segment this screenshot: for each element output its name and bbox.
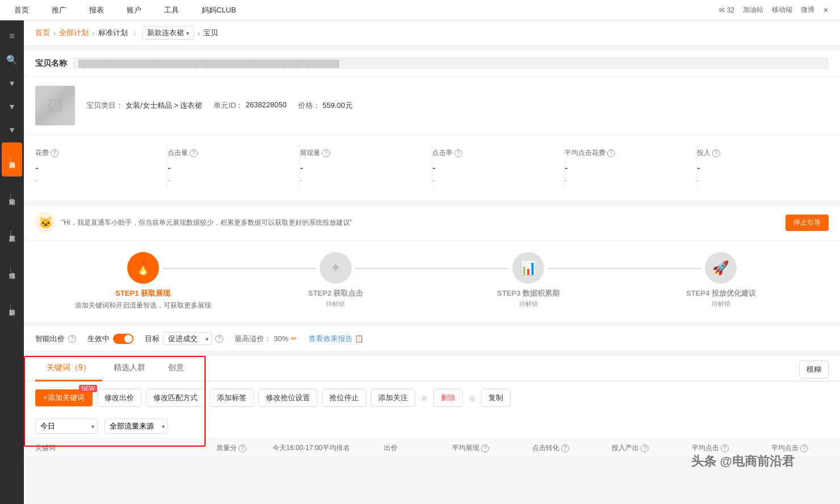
sidebar-item-direction[interactable]: 定向输... — [2, 179, 22, 213]
sidebar-item-content[interactable]: 内容版... — [2, 142, 22, 177]
new-badge: NEW — [79, 385, 97, 392]
steps-section: 🔥 STEP1 获取展现 添加关键词和开启流量智选，可获取更多展现 ✦ STEP… — [24, 241, 840, 322]
stat-avg-cpc-info-icon[interactable]: ? — [607, 149, 615, 157]
top-nav-right: ✉ 32 加油站 移动端 微博 ✕ — [719, 5, 829, 15]
product-header: 宝贝名称 ███████████████████████████████████… — [24, 51, 840, 76]
mode-button[interactable]: 模糊 — [799, 360, 829, 379]
report-item: 查看效果报告 📋 — [308, 334, 363, 344]
stat-clicks-value: - — [168, 162, 299, 174]
weibo-link[interactable]: 微博 — [801, 5, 814, 15]
modify-position-button[interactable]: 修改抢位设置 — [258, 389, 317, 407]
stat-clicks-info-icon[interactable]: ? — [190, 149, 198, 157]
nav-item-tools[interactable]: 工具 — [161, 5, 182, 15]
delete-button[interactable]: 删除 — [433, 389, 463, 407]
modify-match-button[interactable]: 修改匹配方式 — [146, 389, 205, 407]
col-bid: 出价 — [352, 443, 430, 453]
nav-item-club[interactable]: 妈妈CLUB — [199, 5, 239, 15]
sidebar-menu-icon[interactable]: ≡ — [2, 26, 22, 47]
sidebar-expand-icon-2[interactable]: ▾ — [2, 96, 22, 116]
col-avg-rank: 今天16:00-17:00平均排名 — [273, 443, 350, 453]
date-filter-wrap[interactable]: 今日 昨日 近7天 近30天 — [35, 418, 98, 434]
message-count[interactable]: ✉ 32 — [719, 6, 734, 14]
avg-click-info-icon[interactable]: ? — [721, 444, 729, 452]
stat-invest-info-icon[interactable]: ? — [712, 149, 720, 157]
step-3-icon: 📊 — [512, 252, 544, 284]
sidebar-item-new2[interactable]: 新款输... — [2, 290, 22, 324]
stat-cost-info-icon[interactable]: ? — [51, 149, 58, 157]
stat-impressions: 展现量 ? - - — [300, 144, 432, 189]
sidebar-item-new[interactable]: 新款黑... — [2, 216, 22, 250]
close-icon[interactable]: ✕ — [823, 6, 829, 14]
gas-station[interactable]: 加油站 — [743, 5, 763, 15]
add-follow-button[interactable]: 添加关注 — [371, 389, 415, 407]
sidebar: ≡ 🔍 ▾ ▾ ▾ 内容版... 定向输... 新款黑... 情感白... 新款… — [0, 20, 24, 504]
tab-audience[interactable]: 精选人群 — [102, 356, 157, 381]
add-tag-button[interactable]: 添加标签 — [210, 389, 254, 407]
target-select[interactable]: 促进成交 提升曝光 促进收藏 — [163, 332, 212, 345]
modify-bid-button[interactable]: 修改出价 — [97, 389, 141, 407]
col-avg-click2: 平均点击 ? — [751, 443, 829, 453]
sidebar-search-icon[interactable]: 🔍 — [2, 49, 22, 70]
table-header: 关键词 质量分 ? 今天16:00-17:00平均排名 出价 平均展现 ? 点击… — [24, 438, 840, 458]
stat-impressions-info-icon[interactable]: ? — [322, 149, 330, 157]
roi-info-icon[interactable]: ? — [641, 444, 649, 452]
breadcrumb: 首页 › 全部计划 › 标准计划 ： 新款连衣裙 ▾ › 宝贝 — [24, 20, 840, 46]
plan-name-dropdown[interactable]: 新款连衣裙 ▾ — [142, 26, 194, 40]
stat-avg-cpc-sub: - — [565, 177, 696, 184]
stat-impressions-value: - — [300, 162, 432, 174]
nav-item-account[interactable]: 账户 — [124, 5, 144, 15]
breadcrumb-all-plans[interactable]: 全部计划 — [59, 28, 89, 38]
product-price: 价格： 559.00元 — [298, 100, 353, 111]
copy-button[interactable]: 复制 — [481, 389, 511, 407]
nav-item-reports[interactable]: 报表 — [86, 5, 107, 15]
tab-keywords[interactable]: 关键词（9） — [35, 356, 102, 381]
quality-info-icon[interactable]: ? — [239, 444, 246, 452]
stat-ctr-info-icon[interactable]: ? — [454, 149, 462, 157]
settings-bar: 智能出价 ? 生效中 目标 促进成交 提升曝光 促进收藏 ? — [24, 326, 840, 351]
target-info-icon[interactable]: ? — [215, 335, 223, 343]
report-link-icon: 📋 — [354, 334, 363, 343]
edit-max-price-icon[interactable]: ✏ — [291, 334, 297, 343]
date-filter[interactable]: 今日 昨日 近7天 近30天 — [35, 418, 98, 434]
add-keyword-button[interactable]: +添加关键词 NEW — [35, 389, 93, 406]
source-filter[interactable]: 全部流量来源 搜索流量 推荐流量 — [105, 418, 168, 434]
step-1: 🔥 STEP1 获取展现 添加关键词和开启流量智选，可获取更多展现 — [47, 252, 239, 310]
effective-toggle[interactable] — [113, 334, 133, 344]
separator2: ▣ — [469, 394, 475, 402]
tab-creative[interactable]: 创意 — [157, 356, 195, 381]
stop-position-button[interactable]: 抢位停止 — [322, 389, 366, 407]
stop-guide-button[interactable]: 停止引导 — [785, 215, 829, 231]
sidebar-item-emotion[interactable]: 情感白... — [2, 253, 22, 287]
product-title-label: 宝贝名称 — [35, 58, 67, 69]
product-info: 🖼 宝贝类目： 女装/女士精品 > 连衣裙 单元ID： 2638228050 价… — [24, 77, 840, 134]
smart-bid-info-icon[interactable]: ? — [68, 335, 76, 343]
target-select-wrap[interactable]: 促进成交 提升曝光 促进收藏 — [163, 332, 212, 345]
breadcrumb-home[interactable]: 首页 — [35, 28, 50, 38]
sidebar-expand-icon-3[interactable]: ▾ — [2, 119, 22, 140]
target-label: 目标 — [145, 334, 160, 344]
col-keyword: 关键词 — [35, 443, 190, 453]
stats-section: 花费 ? - - 点击量 ? - - 展现量 — [24, 135, 840, 200]
main-content: 首页 › 全部计划 › 标准计划 ： 新款连衣裙 ▾ › 宝贝 宝贝名称 ███… — [24, 20, 840, 504]
guide-section: 🐱 "Hi，我是直通车小助手，你当前单元展现数据较少，积累更多数据可以获取更好的… — [24, 205, 840, 240]
avg-click2-info-icon[interactable]: ? — [800, 444, 808, 452]
click-conv-info-icon[interactable]: ? — [561, 444, 569, 452]
product-thumbnail: 🖼 — [35, 86, 75, 125]
product-title-value: ████████████████████████████████████████… — [73, 57, 829, 69]
plan-name-value: 新款连衣裙 — [147, 28, 184, 38]
max-price-label: 最高溢价： — [235, 334, 271, 344]
mobile-link[interactable]: 移动端 — [772, 5, 792, 15]
nav-item-home[interactable]: 首页 — [11, 5, 32, 15]
source-filter-wrap[interactable]: 全部流量来源 搜索流量 推荐流量 — [105, 418, 168, 434]
stats-row: 花费 ? - - 点击量 ? - - 展现量 — [35, 144, 829, 189]
stat-avg-cpc-value: - — [565, 162, 696, 174]
sidebar-expand-icon-1[interactable]: ▾ — [2, 73, 22, 93]
stat-invest: 投入 ? - - — [697, 144, 829, 189]
nav-item-promotion[interactable]: 推广 — [49, 5, 69, 15]
report-link[interactable]: 查看效果报告 📋 — [308, 334, 363, 344]
dropdown-arrow-icon: ▾ — [186, 30, 189, 36]
effective-label: 生效中 — [87, 334, 110, 344]
avg-imp-info-icon[interactable]: ? — [481, 444, 489, 452]
step-3: 📊 STEP3 数据积累期 待解锁 — [432, 252, 625, 308]
product-category: 宝贝类目： 女装/女士精品 > 连衣裙 — [86, 100, 202, 111]
